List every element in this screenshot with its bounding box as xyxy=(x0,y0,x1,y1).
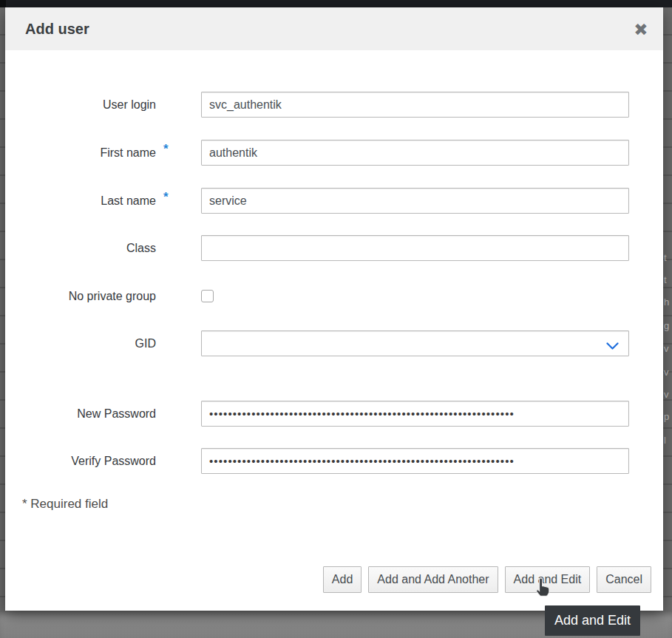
new-password-input[interactable] xyxy=(201,401,629,427)
verify-password-input[interactable] xyxy=(201,448,629,474)
cancel-button[interactable]: Cancel xyxy=(597,566,651,593)
last-name-label: Last name xyxy=(5,188,156,214)
form-row-new-password: New Password xyxy=(5,401,663,427)
clipped-bg-text: g xyxy=(664,321,669,330)
form-row-gid: GID xyxy=(5,330,663,356)
form-row-no-private-group: No private group xyxy=(5,283,663,309)
dimmed-navbar-strip xyxy=(0,0,672,7)
required-asterisk: * xyxy=(163,142,169,157)
clipped-bg-text: v xyxy=(664,390,669,399)
first-name-label: First name xyxy=(5,140,156,166)
no-private-group-checkbox[interactable] xyxy=(201,290,214,302)
chevron-down-icon[interactable] xyxy=(606,340,619,353)
required-field-note: * Required field xyxy=(22,497,108,512)
dialog-title: Add user xyxy=(25,7,89,50)
dialog-footer: Add Add and Add Another Add and Edit Can… xyxy=(323,566,651,593)
dimmed-page-right-strip: t t h g v v v p l xyxy=(663,7,672,611)
dimmed-page-left-strip xyxy=(0,7,5,611)
close-icon[interactable]: ✖ xyxy=(629,18,653,41)
clipped-bg-text: t xyxy=(664,253,667,262)
clipped-bg-text: v xyxy=(664,367,669,377)
last-name-input[interactable] xyxy=(201,188,629,214)
clipped-bg-text: l xyxy=(664,435,666,445)
clipped-bg-text: t xyxy=(664,275,667,285)
class-label: Class xyxy=(5,235,156,261)
add-and-edit-button[interactable]: Add and Edit xyxy=(505,566,591,593)
form-row-verify-password: Verify Password xyxy=(5,448,663,474)
user-login-label: User login xyxy=(5,92,156,118)
form-row-class: Class xyxy=(5,235,663,261)
clipped-bg-text: h xyxy=(664,297,669,307)
add-button[interactable]: Add xyxy=(323,566,362,593)
new-password-label: New Password xyxy=(5,401,156,427)
user-login-input[interactable] xyxy=(201,92,629,118)
gid-label: GID xyxy=(5,330,156,356)
clipped-bg-text: v xyxy=(664,344,669,353)
form-row-user-login: User login xyxy=(5,92,663,118)
required-asterisk: * xyxy=(163,190,169,205)
verify-password-label: Verify Password xyxy=(5,448,156,474)
add-and-add-another-button[interactable]: Add and Add Another xyxy=(368,566,498,593)
gid-combobox[interactable] xyxy=(201,330,629,356)
form-row-last-name: Last name * xyxy=(5,188,663,214)
first-name-input[interactable] xyxy=(201,140,629,166)
add-user-dialog: Add user ✖ User login First name * Last … xyxy=(5,7,663,611)
dialog-header: Add user ✖ xyxy=(5,7,663,50)
class-input[interactable] xyxy=(201,235,629,261)
clipped-bg-text: p xyxy=(664,412,669,421)
add-and-edit-tooltip: Add and Edit xyxy=(545,605,640,636)
form-row-first-name: First name * xyxy=(5,140,663,166)
screen: t t h g v v v p l Add user ✖ User login … xyxy=(0,0,672,638)
no-private-group-label: No private group xyxy=(5,283,156,309)
